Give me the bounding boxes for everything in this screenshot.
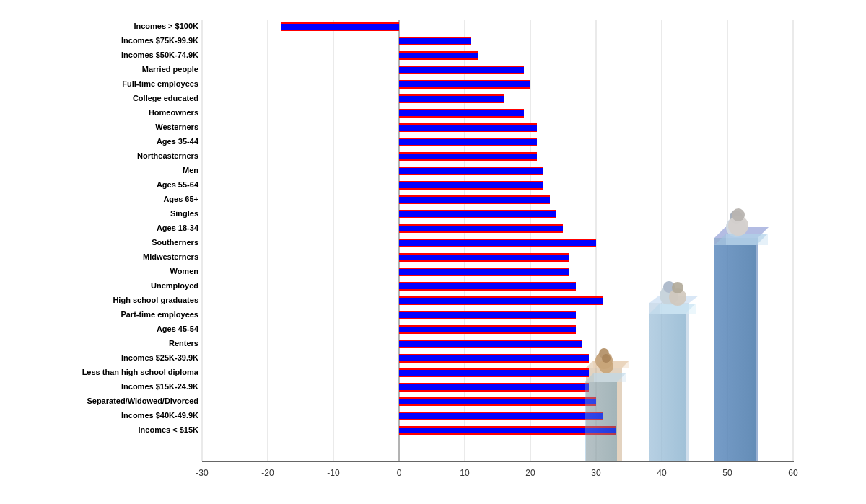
svg-text:60: 60	[788, 468, 798, 478]
svg-text:High school graduates: High school graduates	[113, 296, 198, 304]
svg-point-159	[672, 282, 683, 293]
svg-rect-139	[399, 397, 596, 399]
svg-rect-120	[399, 332, 576, 334]
svg-rect-44	[399, 58, 478, 60]
svg-rect-162	[726, 234, 768, 245]
svg-text:Ages 65+: Ages 65+	[163, 195, 198, 203]
svg-text:Midwesterners: Midwesterners	[143, 252, 198, 261]
svg-text:Married people: Married people	[142, 65, 198, 74]
svg-rect-35	[281, 22, 399, 24]
svg-rect-80	[399, 188, 543, 190]
svg-rect-60	[399, 116, 524, 118]
svg-rect-104	[399, 275, 569, 276]
svg-rect-75	[399, 167, 543, 168]
svg-text:Incomes $15K-24.9K: Incomes $15K-24.9K	[121, 382, 198, 391]
svg-text:Ages 18-34: Ages 18-34	[157, 224, 199, 232]
svg-point-154	[602, 354, 611, 363]
svg-rect-63	[399, 123, 537, 125]
svg-text:Homeowners: Homeowners	[149, 108, 198, 117]
svg-text:Ages 55-64: Ages 55-64	[157, 180, 199, 189]
svg-rect-111	[399, 296, 603, 298]
svg-text:Northeasterners: Northeasterners	[137, 151, 198, 160]
svg-rect-87	[399, 210, 556, 211]
svg-text:Renters: Renters	[169, 339, 198, 348]
svg-point-164	[732, 208, 745, 221]
svg-rect-155	[650, 314, 686, 461]
svg-rect-96	[399, 246, 596, 247]
svg-text:Singles: Singles	[170, 209, 198, 218]
svg-rect-147	[399, 426, 616, 428]
svg-rect-64	[399, 131, 537, 132]
svg-text:50: 50	[722, 468, 732, 478]
svg-rect-119	[399, 325, 576, 327]
svg-text:Men: Men	[183, 166, 198, 174]
svg-rect-43	[399, 51, 478, 53]
svg-rect-152	[594, 373, 626, 382]
svg-rect-135	[399, 383, 589, 384]
svg-text:10: 10	[460, 468, 470, 478]
svg-text:30: 30	[591, 468, 601, 478]
svg-rect-124	[399, 347, 582, 348]
svg-rect-108	[399, 289, 576, 291]
svg-rect-55	[399, 94, 504, 96]
svg-text:-20: -20	[261, 468, 274, 478]
svg-rect-127	[399, 354, 589, 355]
svg-rect-36	[281, 30, 399, 31]
svg-text:Full-time employees: Full-time employees	[122, 79, 198, 88]
svg-rect-99	[399, 253, 569, 255]
svg-text:Incomes $50K-74.9K: Incomes $50K-74.9K	[121, 50, 198, 59]
svg-text:Southerners: Southerners	[152, 238, 198, 247]
svg-rect-48	[399, 73, 524, 74]
svg-rect-160	[714, 245, 756, 461]
svg-text:Incomes < $15K: Incomes < $15K	[139, 425, 199, 434]
svg-rect-144	[399, 419, 603, 420]
svg-rect-91	[399, 224, 563, 226]
svg-rect-47	[399, 66, 524, 67]
svg-rect-95	[399, 239, 596, 240]
chart-container: -30 -20 -10 0 10 20 30 40 50 60	[7, 7, 859, 498]
svg-text:Part-time employees: Part-time employees	[121, 310, 198, 319]
svg-text:0: 0	[397, 468, 402, 478]
svg-rect-84	[399, 203, 550, 204]
svg-rect-68	[399, 145, 537, 146]
svg-text:-10: -10	[327, 468, 340, 478]
svg-rect-116	[399, 318, 576, 319]
svg-rect-76	[399, 174, 543, 175]
svg-text:-30: -30	[196, 468, 209, 478]
svg-rect-123	[399, 340, 582, 341]
svg-rect-143	[399, 412, 603, 413]
svg-text:Incomes $25K-39.9K: Incomes $25K-39.9K	[121, 353, 198, 362]
svg-rect-56	[399, 102, 504, 103]
svg-rect-150	[585, 382, 617, 461]
svg-text:Ages 35-44: Ages 35-44	[157, 137, 199, 146]
svg-rect-40	[399, 44, 471, 45]
svg-rect-140	[399, 404, 596, 406]
svg-rect-39	[399, 37, 471, 38]
svg-text:Unemployed: Unemployed	[151, 281, 198, 290]
svg-rect-112	[399, 304, 603, 305]
svg-rect-148	[399, 433, 616, 435]
svg-text:Ages 45-54: Ages 45-54	[157, 324, 199, 333]
svg-text:40: 40	[657, 468, 667, 478]
svg-rect-67	[399, 138, 537, 139]
svg-rect-88	[399, 217, 556, 218]
svg-rect-71	[399, 152, 537, 154]
svg-rect-51	[399, 80, 530, 81]
svg-text:Westerners: Westerners	[155, 123, 198, 131]
svg-rect-136	[399, 390, 589, 392]
svg-rect-131	[399, 368, 589, 370]
svg-text:College educated: College educated	[133, 94, 198, 102]
svg-rect-92	[399, 231, 563, 233]
svg-rect-79	[399, 181, 543, 182]
svg-text:Separated/Widowed/Divorced: Separated/Widowed/Divorced	[87, 397, 198, 405]
svg-rect-59	[399, 109, 524, 110]
svg-rect-103	[399, 268, 569, 269]
svg-rect-107	[399, 282, 576, 283]
svg-rect-128	[399, 361, 589, 363]
svg-rect-83	[399, 195, 550, 197]
svg-rect-52	[399, 87, 530, 89]
chart-inner: -30 -20 -10 0 10 20 30 40 50 60	[14, 14, 852, 469]
svg-rect-132	[399, 376, 589, 377]
svg-text:Incomes $75K-99.9K: Incomes $75K-99.9K	[121, 36, 198, 45]
svg-text:Less than high school diploma: Less than high school diploma	[82, 368, 199, 376]
